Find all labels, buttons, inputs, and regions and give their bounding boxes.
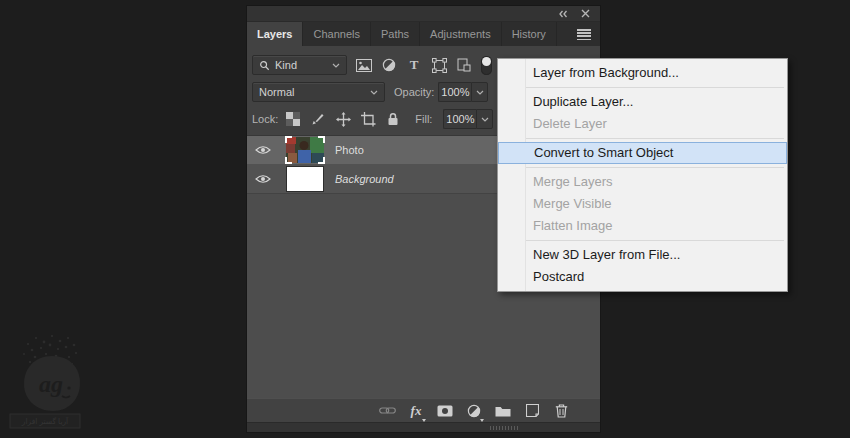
close-panel-icon[interactable] bbox=[581, 9, 590, 18]
menu-item-merge-visible: Merge Visible bbox=[498, 193, 787, 215]
kind-filter-label: Kind bbox=[275, 59, 297, 71]
tab-layers[interactable]: Layers bbox=[247, 22, 303, 46]
lock-icon-group bbox=[285, 112, 401, 127]
lock-artboard-icon[interactable] bbox=[360, 112, 376, 127]
blend-mode-dropdown[interactable]: Normal bbox=[252, 82, 385, 102]
fill-dropdown-chevron[interactable] bbox=[476, 109, 493, 129]
opacity-value-field[interactable]: 100% bbox=[438, 82, 471, 102]
new-layer-icon[interactable] bbox=[523, 402, 541, 420]
opacity-label: Opacity: bbox=[394, 86, 434, 98]
watermark-logo-text: ag bbox=[39, 371, 63, 397]
link-layers-icon[interactable] bbox=[378, 402, 396, 420]
adjustment-layer-filter-icon[interactable] bbox=[381, 58, 397, 72]
type-layer-filter-icon[interactable]: T bbox=[406, 57, 422, 73]
layer-thumbnail-photo[interactable] bbox=[286, 137, 324, 163]
filter-icon-group: T bbox=[356, 56, 492, 75]
tab-adjustments[interactable]: Adjustments bbox=[420, 22, 502, 46]
tab-paths[interactable]: Paths bbox=[371, 22, 420, 46]
adjustment-layer-icon[interactable] bbox=[465, 402, 483, 420]
collapse-panel-icon[interactable] bbox=[558, 10, 568, 18]
layer-style-fx-icon[interactable]: fx bbox=[407, 402, 425, 420]
menu-item-postcard[interactable]: Postcard bbox=[498, 266, 787, 288]
menu-separator bbox=[526, 240, 784, 241]
layer-context-menu: Layer from Background...Duplicate Layer.… bbox=[497, 58, 788, 292]
panel-footer-toolbar: fx bbox=[247, 398, 600, 422]
tab-channels[interactable]: Channels bbox=[303, 22, 370, 46]
menu-item-new-3d-layer-from-file[interactable]: New 3D Layer from File... bbox=[498, 244, 787, 266]
panel-titlebar bbox=[247, 6, 600, 22]
filter-toggle-switch[interactable] bbox=[481, 56, 492, 75]
lock-label: Lock: bbox=[252, 113, 278, 125]
blend-mode-value: Normal bbox=[259, 86, 294, 98]
panel-menu-icon[interactable] bbox=[577, 29, 591, 40]
layer-mask-icon[interactable] bbox=[436, 402, 454, 420]
menu-separator bbox=[526, 138, 784, 139]
menu-separator bbox=[526, 87, 784, 88]
menu-item-flatten-image: Flatten Image bbox=[498, 215, 787, 237]
watermark-caption: آریا گستر افزار bbox=[21, 416, 69, 426]
layer-name[interactable]: Background bbox=[335, 173, 394, 185]
smart-object-filter-icon[interactable] bbox=[456, 58, 472, 72]
watermark-logo: ag آریا گستر افزار bbox=[6, 330, 98, 432]
menu-item-delete-layer: Delete Layer bbox=[498, 113, 787, 135]
search-icon bbox=[259, 60, 270, 71]
shape-layer-filter-icon[interactable] bbox=[431, 58, 447, 73]
fill-label: Fill: bbox=[415, 113, 432, 125]
kind-filter-dropdown[interactable]: Kind bbox=[252, 55, 347, 75]
resize-grip[interactable] bbox=[490, 426, 518, 430]
menu-item-convert-to-smart-object[interactable]: Convert to Smart Object bbox=[498, 142, 787, 164]
lock-transparency-icon[interactable] bbox=[285, 112, 301, 126]
menu-separator bbox=[526, 167, 784, 168]
panel-bottom-strip bbox=[247, 422, 600, 432]
chevron-down-icon bbox=[370, 90, 378, 95]
layer-thumbnail-background[interactable] bbox=[286, 166, 324, 192]
new-group-folder-icon[interactable] bbox=[494, 402, 512, 420]
menu-item-layer-from-background[interactable]: Layer from Background... bbox=[498, 62, 787, 84]
toggle-knob bbox=[482, 57, 491, 66]
tab-history[interactable]: History bbox=[502, 22, 557, 46]
opacity-dropdown-chevron[interactable] bbox=[471, 82, 488, 102]
pixel-layer-filter-icon[interactable] bbox=[356, 59, 372, 72]
layer-name[interactable]: Photo bbox=[335, 144, 364, 156]
fill-value-field[interactable]: 100% bbox=[443, 109, 476, 129]
lock-position-icon[interactable] bbox=[335, 112, 351, 127]
visibility-eye-icon[interactable] bbox=[247, 174, 279, 184]
white-thumbnail bbox=[286, 166, 324, 192]
delete-layer-trash-icon[interactable] bbox=[552, 402, 570, 420]
menu-item-merge-layers: Merge Layers bbox=[498, 171, 787, 193]
lock-pixels-icon[interactable] bbox=[310, 112, 326, 126]
visibility-eye-icon[interactable] bbox=[247, 145, 279, 155]
panel-tab-bar: LayersChannelsPathsAdjustmentsHistory bbox=[247, 22, 600, 46]
menu-item-duplicate-layer[interactable]: Duplicate Layer... bbox=[498, 91, 787, 113]
lock-all-icon[interactable] bbox=[385, 112, 401, 126]
chevron-down-icon bbox=[332, 63, 340, 68]
